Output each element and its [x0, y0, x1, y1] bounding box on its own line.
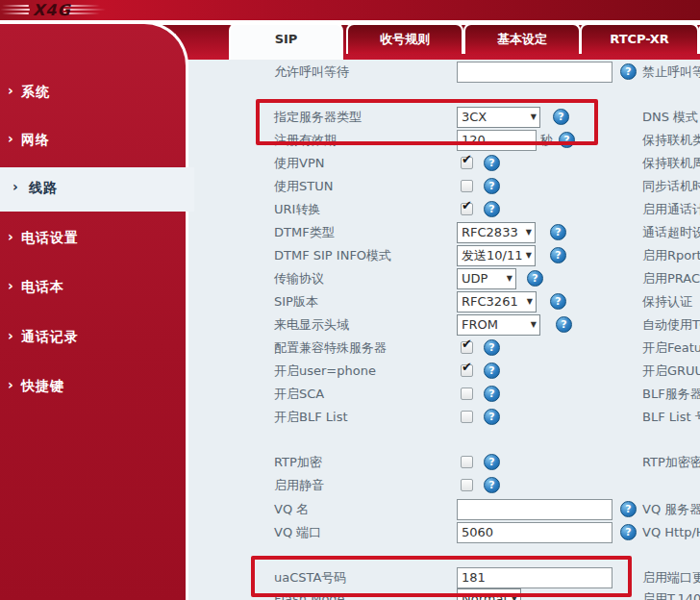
field-checkbox[interactable]	[461, 479, 473, 491]
field-label: 自动使用TCP	[642, 314, 700, 336]
field-label: BLF List 号码	[642, 407, 700, 428]
tab-sip[interactable]: SIP	[229, 23, 343, 60]
field-label: 启用T.140	[642, 588, 700, 600]
sidebar-item-label: 通话记录	[21, 329, 79, 346]
chevron-right-icon: ›	[8, 328, 13, 343]
sidebar-item-phone-settings[interactable]: ›电话设置	[0, 217, 186, 262]
field-label: 启用端口更新	[642, 567, 700, 588]
sidebar-item-phonebook[interactable]: ›电话本	[0, 266, 186, 311]
field-label: 启用通话计时	[642, 199, 700, 220]
help-icon[interactable]: ?	[484, 477, 500, 493]
chevron-right-icon: ›	[8, 377, 13, 392]
chevron-right-icon: ›	[8, 131, 13, 146]
field-label: 启用PRACK	[642, 268, 700, 289]
tab-basic-settings[interactable]: 基本设定	[463, 23, 581, 54]
sidebar-item-label: 系统	[21, 84, 50, 101]
field-label: DNS 模式	[642, 107, 698, 128]
field-label: 保持认证	[642, 291, 692, 312]
field-label: 启用静音	[274, 475, 324, 496]
annotation-highlight-box	[251, 556, 632, 597]
sidebar-item-call-log[interactable]: ›通话记录	[0, 316, 186, 361]
chevron-right-icon: ›	[12, 179, 18, 194]
chevron-right-icon: ›	[8, 278, 13, 293]
sidebar-item-label: 快捷键	[21, 378, 64, 395]
field-label: 保持联机类型	[642, 130, 700, 151]
chevron-right-icon: ›	[8, 83, 13, 98]
sidebar-item-function-key[interactable]: ›快捷键	[0, 365, 186, 410]
sidebar-item-label: 电话本	[21, 279, 64, 296]
sidebar: ›系统›网络›线路›电话设置›电话本›通话记录›快捷键	[0, 21, 188, 600]
device-model-logo: X4G	[33, 1, 71, 19]
field-label: 开启Feature Sync	[642, 338, 700, 359]
tab-dial-plan[interactable]: 收号规则	[346, 23, 463, 54]
sidebar-item-network[interactable]: ›网络	[0, 119, 186, 163]
tab-rtcp-xr[interactable]: RTCP-XR	[580, 23, 699, 54]
annotation-highlight-box	[256, 99, 598, 145]
field-label: VQ 服务器地址	[642, 499, 700, 520]
field-label: 通话超时设置	[642, 222, 700, 243]
sidebar-item-label: 线路	[29, 180, 58, 197]
sidebar-item-line[interactable]: ›线路	[0, 167, 194, 212]
field-label: VQ Http/Https服务器	[642, 522, 700, 543]
sidebar-item-system[interactable]: ›系统	[0, 71, 186, 115]
field-label: 开启GRUU	[642, 361, 700, 382]
sidebar-item-label: 电话设置	[21, 230, 79, 247]
field-label: RTP加密密钥	[642, 452, 700, 473]
chevron-right-icon: ›	[8, 229, 13, 244]
field-label: BLF服务器	[642, 384, 700, 405]
field-label: 启用Rport	[642, 245, 700, 266]
field-label: 保持联机周期	[642, 153, 700, 174]
field-label: 同步话机时间	[642, 176, 700, 197]
field-label: 禁止呼叫等待音	[642, 62, 700, 83]
sidebar-item-label: 网络	[21, 132, 50, 149]
